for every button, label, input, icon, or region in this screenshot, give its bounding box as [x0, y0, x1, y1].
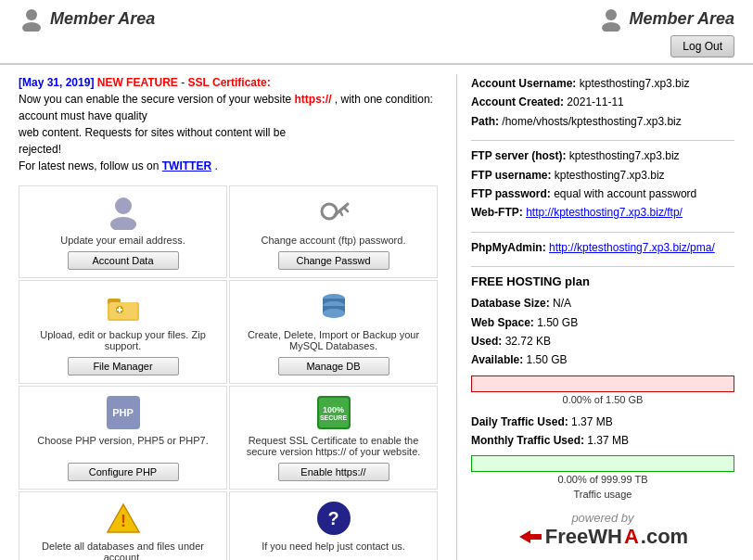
used-label: Used:: [471, 335, 502, 348]
ann-line1: Now you can enable the secure version of…: [19, 93, 291, 106]
svg-text:!: !: [121, 512, 126, 530]
ftp-password-value: equal with account password: [554, 187, 696, 200]
feature-grid: Update your email address. Account Data …: [19, 185, 438, 560]
powered-by-section: powered by FreeWH A .com: [471, 511, 734, 549]
svg-rect-12: [109, 302, 137, 319]
question-icon: ?: [315, 500, 352, 537]
webspace-value: 1.50 GB: [537, 316, 578, 329]
configure-php-cell: PHP Choose PHP version, PHP5 or PHP7. Co…: [19, 386, 227, 490]
ssl-icon: 100% SECURE: [315, 394, 352, 431]
configure-php-button[interactable]: Configure PHP: [68, 463, 179, 481]
folder-icon: [105, 288, 142, 325]
header-right: Member Area Log Out: [580, 0, 753, 63]
contact-us-desc: If you need help just contact us.: [262, 541, 405, 560]
header: Member Area Member Area Log Out: [0, 0, 753, 65]
separator-2: [471, 232, 734, 233]
traffic-progress-bar: [471, 455, 734, 472]
storage-progress-bar: [471, 375, 734, 392]
ann-line3: web content. Requests for sites without …: [19, 126, 286, 139]
created-value: 2021-11-11: [567, 95, 623, 108]
main-container: [May 31, 2019] NEW FEATURE - SSL Certifi…: [0, 65, 753, 560]
svg-point-5: [110, 217, 136, 230]
header-title-left: Member Area: [50, 9, 155, 29]
db-icon: [315, 288, 352, 325]
brand-a: A: [624, 525, 639, 549]
ftp-server-value: kptesthosting7.xp3.biz: [569, 149, 680, 162]
db-value: N/A: [553, 297, 571, 310]
svg-point-4: [115, 197, 132, 214]
reset-account-desc: Delete all databases and files under acc…: [27, 541, 219, 560]
ann-new: NEW FEATURE: [97, 76, 178, 89]
manage-db-cell: Create, Delete, Import or Backup your My…: [229, 280, 438, 384]
php-icon: PHP: [105, 394, 142, 431]
path-label: Path:: [471, 115, 499, 128]
member-icon-left: [19, 6, 45, 32]
member-icon-right: [598, 6, 624, 32]
brand-free: FreeWH: [545, 525, 622, 549]
traffic-usage-label: Traffic usage: [471, 489, 734, 500]
ann-https: https://: [295, 93, 332, 106]
logout-button[interactable]: Log Out: [670, 35, 734, 57]
daily-traffic-value: 1.37 MB: [571, 415, 613, 428]
web-ftp-label: Web-FTP:: [471, 206, 523, 219]
free-hosting-section: FREE HOSTING plan Database Size: N/A Web…: [471, 274, 734, 500]
svg-line-8: [344, 208, 348, 211]
ann-news-line: For latest news, follow us on: [19, 159, 159, 172]
svg-point-3: [602, 22, 620, 32]
phpmyadmin-label: PhpMyAdmin:: [471, 241, 546, 254]
twitter-link[interactable]: TWITTER: [162, 159, 211, 172]
daily-traffic-label: Daily Traffic Used:: [471, 415, 568, 428]
phpmyadmin-info: PhpMyAdmin: http://kptesthosting7.xp3.bi…: [471, 238, 734, 257]
warning-icon: !: [105, 500, 142, 537]
web-ftp-link[interactable]: http://kptesthosting7.xp3.biz/ftp/: [526, 206, 683, 219]
brand-com: .com: [641, 525, 688, 549]
traffic-stats: Daily Traffic Used: 1.37 MB Monthly Traf…: [471, 413, 734, 451]
brand-logo: FreeWH A .com: [471, 525, 734, 549]
separator-1: [471, 140, 734, 141]
header-left: Member Area: [0, 0, 173, 37]
svg-point-0: [26, 9, 37, 20]
traffic-progress-label: 0.00% of 999.99 TB: [471, 474, 734, 485]
enable-https-button[interactable]: Enable https://: [278, 463, 389, 481]
svg-line-9: [340, 211, 342, 215]
announcement: [May 31, 2019] NEW FEATURE - SSL Certifi…: [19, 74, 438, 174]
svg-marker-30: [519, 530, 542, 543]
storage-progress-label: 0.00% of 1.50 GB: [471, 394, 734, 405]
right-panel: Account Username: kptesthosting7.xp3.biz…: [456, 74, 734, 560]
header-title-right: Member Area: [630, 9, 734, 29]
ann-dash: -: [181, 76, 187, 89]
separator-3: [471, 266, 734, 267]
svg-point-6: [322, 204, 337, 219]
ftp-username-label: FTP username:: [471, 169, 551, 182]
created-label: Account Created:: [471, 95, 564, 108]
phpmyadmin-link[interactable]: http://kptesthosting7.xp3.biz/pma/: [549, 241, 715, 254]
db-label: Database Size:: [471, 297, 550, 310]
file-manager-button[interactable]: File Manager: [68, 357, 179, 375]
available-value: 1.50 GB: [527, 353, 568, 366]
account-info: Account Username: kptesthosting7.xp3.biz…: [471, 74, 734, 131]
powered-text: powered by: [471, 511, 734, 525]
header-right-top: Member Area: [598, 6, 734, 32]
svg-point-2: [606, 9, 617, 20]
file-manager-cell: Upload, edit or backup your files. Zip s…: [19, 280, 227, 384]
used-value: 32.72 KB: [505, 335, 551, 348]
change-passwd-desc: Change account (ftp) password.: [262, 235, 406, 246]
monthly-traffic-label: Monthly Traffic Used:: [471, 434, 584, 447]
account-data-button[interactable]: Account Data: [68, 251, 179, 270]
key-icon: [315, 194, 352, 231]
ann-line4: rejected!: [19, 143, 61, 156]
hosting-plan-title: FREE HOSTING plan: [471, 274, 734, 288]
user-icon: [105, 194, 142, 231]
configure-php-desc: Choose PHP version, PHP5 or PHP7.: [37, 435, 208, 457]
contact-us-cell: ? If you need help just contact us. Cont…: [229, 491, 438, 560]
reset-account-cell: ! Delete all databases and files under a…: [19, 491, 227, 560]
account-data-desc: Update your email address.: [60, 235, 185, 246]
ann-date: [May 31, 2019]: [19, 76, 94, 89]
manage-db-button[interactable]: Manage DB: [278, 357, 389, 375]
ftp-info: FTP server (host): kptesthosting7.xp3.bi…: [471, 146, 734, 223]
path-value: /home/vhosts/kptesthosting7.xp3.biz: [502, 115, 681, 128]
enable-https-cell: 100% SECURE Request SSL Certificate to e…: [229, 386, 438, 490]
svg-point-20: [323, 309, 345, 318]
change-passwd-button[interactable]: Change Passwd: [278, 251, 389, 270]
account-data-cell: Update your email address. Account Data: [19, 185, 227, 278]
